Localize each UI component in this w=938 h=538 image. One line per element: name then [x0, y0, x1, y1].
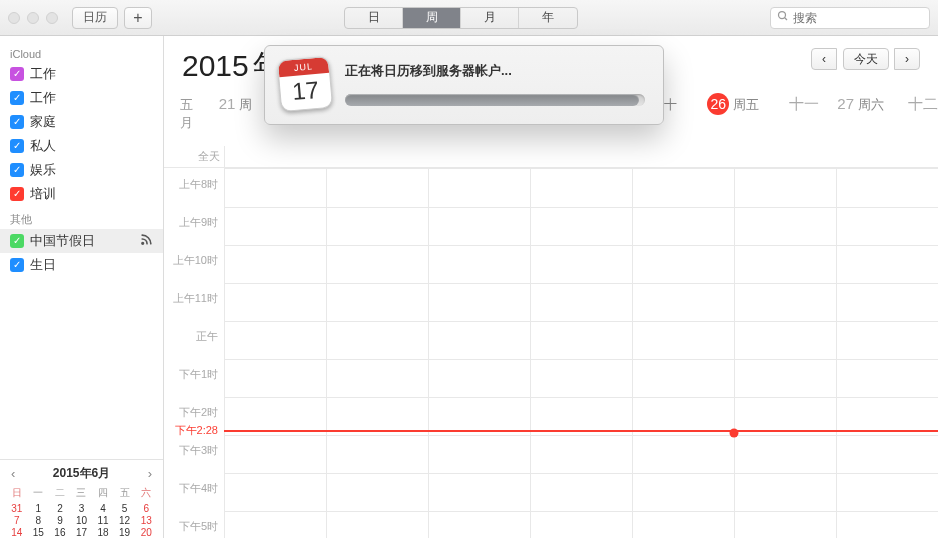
calendar-checkbox[interactable]: ✓: [10, 187, 24, 201]
dialog-message: 正在将日历移到服务器帐户...: [345, 62, 645, 80]
day-cn: 周: [239, 96, 252, 114]
mini-day[interactable]: 18: [92, 526, 114, 538]
mini-dow: 三: [71, 486, 93, 502]
allday-row: 全天: [164, 146, 938, 168]
hour-label: 下午5时: [179, 519, 218, 534]
view-month[interactable]: 月: [461, 8, 519, 28]
calendar-label: 中国节假日: [30, 232, 95, 250]
day-header[interactable]: 26周五: [707, 93, 759, 115]
mini-day[interactable]: 17: [71, 526, 93, 538]
svg-point-0: [779, 12, 786, 19]
calendar-checkbox[interactable]: ✓: [10, 91, 24, 105]
today-badge: 26: [707, 93, 729, 115]
calendars-toggle-button[interactable]: 日历: [72, 7, 118, 29]
calendar-checkbox[interactable]: ✓: [10, 139, 24, 153]
mini-dow: 五: [114, 486, 136, 502]
mini-day[interactable]: 13: [135, 514, 157, 526]
calendar-label: 私人: [30, 137, 56, 155]
mini-day[interactable]: 2: [49, 502, 71, 514]
mini-day[interactable]: 1: [28, 502, 50, 514]
next-period-button[interactable]: ›: [894, 48, 920, 70]
mini-day[interactable]: 9: [49, 514, 71, 526]
mini-day[interactable]: 6: [135, 502, 157, 514]
calendar-item[interactable]: ✓生日: [0, 253, 163, 277]
svg-point-2: [142, 242, 144, 244]
calendar-label: 生日: [30, 256, 56, 274]
calendar-checkbox[interactable]: ✓: [10, 258, 24, 272]
icon-day: 17: [279, 73, 332, 109]
svg-line-1: [785, 18, 788, 21]
mini-day[interactable]: 15: [28, 526, 50, 538]
day-num: 十二: [908, 95, 938, 114]
mini-day[interactable]: 7: [6, 514, 28, 526]
month-label: 五月: [180, 96, 205, 132]
mini-prev-month[interactable]: ‹: [8, 466, 18, 481]
calendar-checkbox[interactable]: ✓: [10, 163, 24, 177]
day-header[interactable]: 十一: [789, 95, 819, 114]
now-indicator-line: [224, 430, 938, 432]
view-week[interactable]: 周: [403, 8, 461, 28]
hour-label: 下午2时: [179, 405, 218, 420]
day-cn: 周五: [733, 96, 759, 114]
prev-period-button[interactable]: ‹: [811, 48, 837, 70]
add-event-button[interactable]: +: [124, 7, 152, 29]
day-header[interactable]: 27周六: [837, 95, 884, 114]
calendar-item[interactable]: ✓家庭: [0, 110, 163, 134]
mini-day[interactable]: 16: [49, 526, 71, 538]
calendar-checkbox[interactable]: ✓: [10, 67, 24, 81]
mini-day[interactable]: 10: [71, 514, 93, 526]
mini-day[interactable]: 8: [28, 514, 50, 526]
sidebar: iCloud✓工作✓工作✓家庭✓私人✓娱乐✓培训其他✓中国节假日✓生日 ‹ 20…: [0, 36, 164, 538]
hour-label: 下午4时: [179, 481, 218, 496]
calendar-item[interactable]: ✓私人: [0, 134, 163, 158]
mini-day[interactable]: 5: [114, 502, 136, 514]
progress-bar: [345, 94, 645, 106]
day-header[interactable]: 21周: [219, 95, 253, 114]
hour-label: 上午11时: [173, 291, 218, 306]
mini-day[interactable]: 31: [6, 502, 28, 514]
subscription-icon: [140, 233, 153, 249]
calendar-checkbox[interactable]: ✓: [10, 115, 24, 129]
calendar-item[interactable]: ✓工作: [0, 86, 163, 110]
hour-label: 正午: [196, 329, 218, 344]
hour-label: 上午10时: [173, 253, 218, 268]
mini-day[interactable]: 3: [71, 502, 93, 514]
mini-day[interactable]: 19: [114, 526, 136, 538]
mini-day[interactable]: 12: [114, 514, 136, 526]
today-button[interactable]: 今天: [843, 48, 889, 70]
hour-label: 下午1时: [179, 367, 218, 382]
calendar-item[interactable]: ✓娱乐: [0, 158, 163, 182]
view-year[interactable]: 年: [519, 8, 577, 28]
calendar-item[interactable]: ✓中国节假日: [0, 229, 163, 253]
mini-day[interactable]: 4: [92, 502, 114, 514]
traffic-minimize[interactable]: [27, 12, 39, 24]
mini-day[interactable]: 20: [135, 526, 157, 538]
search-icon: [777, 10, 789, 25]
titlebar: 日历 + 日 周 月 年: [0, 0, 938, 36]
mini-next-month[interactable]: ›: [145, 466, 155, 481]
week-grid[interactable]: [224, 168, 938, 538]
calendar-label: 家庭: [30, 113, 56, 131]
hour-label: 下午3时: [179, 443, 218, 458]
traffic-close[interactable]: [8, 12, 20, 24]
mini-dow: 日: [6, 486, 28, 502]
calendar-label: 培训: [30, 185, 56, 203]
calendar-label: 工作: [30, 65, 56, 83]
mini-calendar: ‹ 2015年6月 › 日一二三四五六311234567891011121314…: [0, 459, 163, 538]
hour-label: 上午9时: [179, 215, 218, 230]
mini-day[interactable]: 14: [6, 526, 28, 538]
day-cn: 周六: [858, 96, 884, 114]
search-input[interactable]: [793, 11, 938, 25]
view-day[interactable]: 日: [345, 8, 403, 28]
search-field-wrap[interactable]: [770, 7, 930, 29]
mini-day[interactable]: 11: [92, 514, 114, 526]
mini-dow: 一: [28, 486, 50, 502]
calendar-checkbox[interactable]: ✓: [10, 234, 24, 248]
calendar-app-icon: JUL 17: [279, 58, 331, 110]
view-segmented-control[interactable]: 日 周 月 年: [344, 7, 578, 29]
calendar-item[interactable]: ✓工作: [0, 62, 163, 86]
calendar-item[interactable]: ✓培训: [0, 182, 163, 206]
calendar-label: 工作: [30, 89, 56, 107]
day-header[interactable]: 十二: [908, 95, 938, 114]
traffic-zoom[interactable]: [46, 12, 58, 24]
